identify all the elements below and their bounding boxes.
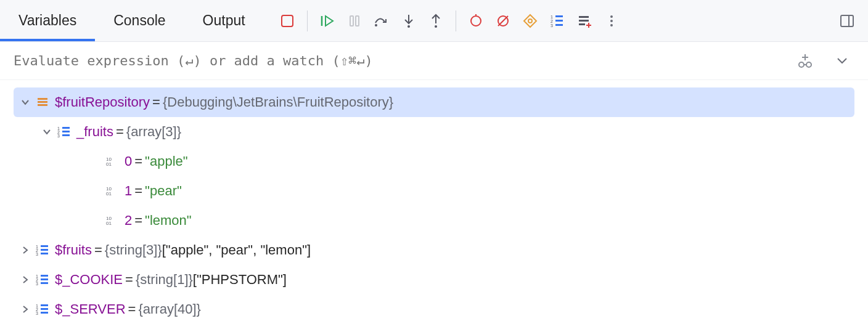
settings-button[interactable] xyxy=(518,9,542,33)
svg-point-3 xyxy=(375,24,377,26)
breakpoint-icon xyxy=(469,14,483,28)
svg-point-18 xyxy=(610,15,613,18)
svg-text:1: 1 xyxy=(551,15,553,19)
svg-rect-1 xyxy=(350,16,353,26)
variable-type: {string[3]} xyxy=(105,242,162,258)
step-over-button[interactable] xyxy=(369,9,394,33)
primitive-icon: 1001 xyxy=(104,186,121,196)
layout-icon xyxy=(840,14,854,28)
svg-rect-30 xyxy=(62,127,70,129)
settings-diamond-icon xyxy=(523,14,538,28)
expand-eval-button[interactable] xyxy=(830,49,854,73)
variable-key: 2 xyxy=(125,213,132,229)
svg-rect-43 xyxy=(41,249,48,251)
svg-text:3: 3 xyxy=(57,134,60,138)
svg-point-23 xyxy=(806,62,811,67)
variable-summary: ["PHPSTORM"] xyxy=(193,272,287,288)
stop-icon xyxy=(280,14,294,28)
step-into-icon xyxy=(402,14,416,28)
tree-row-server[interactable]: 123 $_SERVER = {array[40]} xyxy=(0,294,868,324)
pause-button[interactable] xyxy=(342,9,367,33)
svg-rect-48 xyxy=(41,275,48,277)
variables-tree: $fruitRepository = {Debugging\JetBrains\… xyxy=(0,80,868,324)
step-into-button[interactable] xyxy=(396,9,421,33)
variable-name: $_SERVER xyxy=(55,301,126,317)
equals: = xyxy=(116,124,124,140)
equals: = xyxy=(134,153,142,169)
variable-type: {Debugging\JetBrains\FruitRepository} xyxy=(163,94,393,110)
view-breakpoints-button[interactable] xyxy=(464,9,488,33)
tree-row-cookie[interactable]: 123 $_COOKIE = {string[1]} ["PHPSTORM"] xyxy=(0,265,868,294)
step-out-button[interactable] xyxy=(424,9,448,33)
svg-text:01: 01 xyxy=(106,191,112,196)
svg-rect-16 xyxy=(579,20,589,22)
stop-button[interactable] xyxy=(275,9,300,33)
primitive-icon: 1001 xyxy=(104,216,121,225)
svg-text:01: 01 xyxy=(106,161,112,166)
svg-point-4 xyxy=(407,25,410,28)
object-icon xyxy=(34,96,51,108)
primitive-icon: 1001 xyxy=(104,156,121,166)
layout-button[interactable] xyxy=(835,9,859,33)
variable-value: "pear" xyxy=(145,183,182,199)
equals: = xyxy=(152,94,160,110)
tree-row-item[interactable]: 1001 0 = "apple" xyxy=(0,147,868,176)
chevron-right-icon[interactable] xyxy=(17,246,34,254)
add-watch-button[interactable] xyxy=(793,49,817,73)
svg-text:3: 3 xyxy=(551,23,553,28)
tree-row-item[interactable]: 1001 1 = "pear" xyxy=(0,176,868,206)
tab-output[interactable]: Output xyxy=(184,0,264,41)
tree-row-fruits-var[interactable]: 123 $fruits = {string[3]} ["apple", "pea… xyxy=(0,235,868,265)
variable-value: "apple" xyxy=(145,153,187,169)
svg-rect-55 xyxy=(41,308,48,310)
variable-name: _fruits xyxy=(76,124,113,140)
svg-rect-56 xyxy=(41,312,48,314)
svg-point-19 xyxy=(610,20,613,22)
mute-breakpoints-button[interactable] xyxy=(491,9,515,33)
kebab-icon xyxy=(605,15,618,27)
svg-rect-25 xyxy=(38,101,47,103)
variable-name: $fruitRepository xyxy=(55,94,150,110)
array-icon: 123 xyxy=(34,244,51,256)
svg-text:01: 01 xyxy=(106,221,112,225)
tree-row-fruits-field[interactable]: 123 _fruits = {array[3]} xyxy=(0,117,868,147)
svg-rect-0 xyxy=(282,15,293,26)
evaluate-expression-input[interactable] xyxy=(14,53,793,68)
chevron-down-icon xyxy=(837,57,848,65)
svg-text:3: 3 xyxy=(36,252,38,256)
variable-key: 1 xyxy=(125,183,132,199)
variable-name: $fruits xyxy=(55,242,92,258)
svg-text:2: 2 xyxy=(551,19,553,23)
chevron-right-icon[interactable] xyxy=(17,275,34,284)
svg-rect-13 xyxy=(555,20,563,22)
svg-rect-31 xyxy=(62,131,70,132)
resume-button[interactable] xyxy=(315,9,340,33)
chevron-down-icon[interactable] xyxy=(17,98,34,107)
variable-name: $_COOKIE xyxy=(55,272,123,288)
variable-summary: ["apple", "pear", "lemon"] xyxy=(162,242,311,258)
filter-button[interactable] xyxy=(572,9,597,33)
equals: = xyxy=(94,242,102,258)
tab-console[interactable]: Console xyxy=(95,0,184,41)
step-out-icon xyxy=(429,14,443,28)
toolbar-divider xyxy=(307,10,308,31)
svg-rect-44 xyxy=(41,253,48,254)
chevron-down-icon[interactable] xyxy=(38,128,55,136)
tree-row-fruit-repository[interactable]: $fruitRepository = {Debugging\JetBrains\… xyxy=(14,87,854,117)
tab-variables[interactable]: Variables xyxy=(0,0,95,41)
sort-button[interactable]: 123 xyxy=(545,9,570,33)
chevron-right-icon[interactable] xyxy=(17,305,34,314)
svg-point-22 xyxy=(799,62,804,67)
toolbar-divider xyxy=(456,10,456,31)
svg-rect-42 xyxy=(41,245,48,247)
more-button[interactable] xyxy=(599,9,624,33)
svg-point-5 xyxy=(435,25,437,28)
svg-rect-15 xyxy=(579,16,589,18)
svg-rect-12 xyxy=(555,15,563,17)
tree-row-item[interactable]: 1001 2 = "lemon" xyxy=(0,206,868,235)
svg-text:3: 3 xyxy=(36,282,38,286)
svg-rect-49 xyxy=(41,278,48,280)
array-icon: 123 xyxy=(34,303,51,315)
svg-rect-26 xyxy=(38,104,47,106)
svg-rect-54 xyxy=(41,304,48,306)
